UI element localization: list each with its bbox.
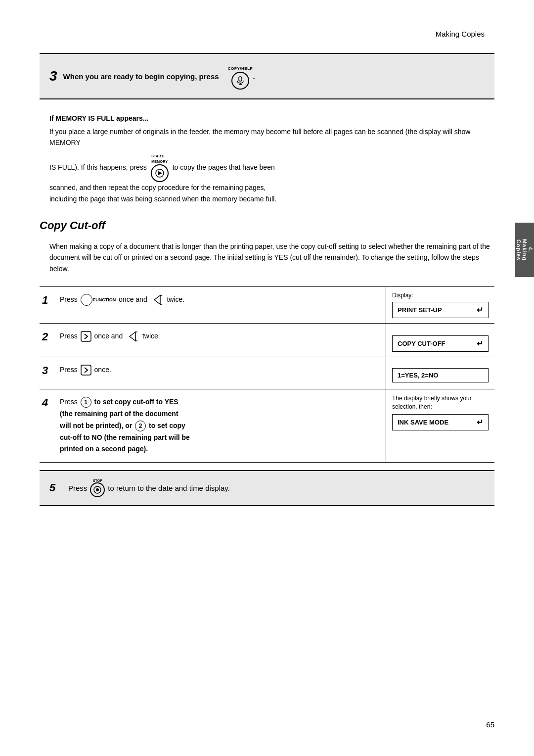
- section-title: Copy Cut-off: [40, 219, 494, 232]
- right-arrow-button-3: [81, 365, 91, 376]
- step-4-line2: (the remaining part of the document: [60, 410, 178, 418]
- step-4-press: Press: [60, 398, 80, 406]
- step-4-line1b: to set copy cut-off to YES: [94, 398, 178, 406]
- side-tab-line1: Making: [522, 239, 528, 261]
- step-2-display-text: COPY CUT-OFF: [398, 340, 445, 347]
- stop-label: STOP: [93, 479, 102, 482]
- memory-title: If MEMORY IS FULL appears...: [49, 114, 494, 122]
- right-arrow-icon-3: [81, 365, 91, 376]
- memory-para3: to copy the pages that have been: [173, 163, 275, 171]
- step-3-right: 1=YES, 2=NO: [386, 357, 494, 389]
- memory-para2: IS FULL). If this happens, press: [49, 163, 147, 171]
- step-2-right: COPY CUT-OFF ↵: [386, 324, 494, 357]
- step-1-twice: twice.: [167, 295, 184, 303]
- page-header: Making Copies: [40, 30, 494, 38]
- step-3-press: Press: [60, 366, 80, 374]
- right-arrow-button-2: [81, 331, 91, 342]
- top-step-text: When you are ready to begin copying, pre…: [63, 72, 219, 81]
- stop-circle: [90, 482, 105, 497]
- memory-text4: including the page that was being scanne…: [49, 193, 494, 204]
- step-1-content: Press FUNCTION once and: [60, 294, 381, 306]
- left-arrow-button-2: [126, 331, 139, 342]
- start-memory-button: START/MEMORY: [151, 153, 169, 182]
- memory-section: If MEMORY IS FULL appears... If you plac…: [40, 114, 494, 204]
- header-title: Making Copies: [436, 30, 485, 38]
- step-4-line3b: to set copy: [149, 422, 185, 429]
- left-triangle-icon-2: [126, 331, 139, 342]
- step-1-display-label: Display:: [392, 292, 489, 299]
- section-intro: When making a copy of a document that is…: [40, 241, 494, 274]
- step-1-display-text: PRINT SET-UP: [398, 306, 442, 314]
- function-circle: [81, 294, 92, 306]
- step-2-left: 2 Press once and: [40, 324, 386, 357]
- step-4-content: Press 1 to set copy cut-off to YES (the …: [60, 396, 190, 455]
- step5-box: 5 Press STOP to return to the date and t…: [40, 470, 494, 506]
- step-4-display-note: The display briefly shows your selection…: [392, 394, 489, 411]
- function-button: FUNCTION: [81, 294, 116, 306]
- top-step-box: 3 When you are ready to begin copying, p…: [40, 53, 494, 99]
- left-triangle-icon: [150, 294, 164, 305]
- step-3-display-box: 1=YES, 2=NO: [392, 368, 489, 382]
- side-tab: 4. Making Copies: [515, 223, 534, 277]
- svg-marker-4: [154, 295, 160, 304]
- step-2-twice: twice.: [142, 332, 160, 340]
- step5-press: Press: [68, 484, 87, 492]
- step-3-number: 3: [42, 364, 56, 377]
- step-row-2: 2 Press once and: [40, 323, 494, 357]
- svg-rect-11: [81, 365, 91, 375]
- num-2-button: 2: [135, 421, 146, 431]
- step-4-right: The display briefly shows your selection…: [386, 389, 494, 462]
- step-4-display-box: INK SAVE MODE ↵: [392, 414, 489, 430]
- memory-para5: including the page that was being scanne…: [49, 195, 276, 203]
- steps-container: 1 Press FUNCTION once and: [40, 286, 494, 463]
- page-number: 65: [486, 720, 494, 729]
- svg-rect-7: [81, 331, 91, 341]
- step-1-display-box: PRINT SET-UP ↵: [392, 302, 489, 318]
- step-4-number: 4: [42, 396, 56, 409]
- svg-rect-0: [239, 77, 242, 81]
- copy-help-label: COPY/HELP: [228, 66, 253, 71]
- start-memory-circle: [151, 164, 169, 182]
- step-1-right: Display: PRINT SET-UP ↵: [386, 287, 494, 323]
- step-3-display-text: 1=YES, 2=NO: [398, 372, 438, 379]
- svg-marker-8: [130, 332, 135, 341]
- step-2-press: Press: [60, 332, 80, 340]
- step-2-arrow: ↵: [477, 339, 483, 348]
- step-1-left: 1 Press FUNCTION once and: [40, 287, 386, 323]
- step-3-left: 3 Press once.: [40, 357, 386, 389]
- side-tab-line2: Copies: [516, 239, 522, 261]
- function-label: FUNCTION: [93, 296, 116, 303]
- memory-text: If you place a large number of originals…: [49, 126, 494, 148]
- step-4-display-text: INK SAVE MODE: [398, 419, 448, 426]
- step-1-once-and: once and: [119, 295, 149, 303]
- step-4-arrow: ↵: [477, 418, 483, 427]
- start-memory-label: START/MEMORY: [151, 153, 168, 164]
- step-2-content: Press once and: [60, 331, 381, 342]
- start-icon: [155, 168, 165, 178]
- left-arrow-button-1: [150, 294, 164, 305]
- step-4-left: 4 Press 1 to set copy cut-off to YES (th…: [40, 389, 386, 462]
- svg-point-13: [96, 488, 99, 491]
- side-tab-number: 4.: [528, 247, 534, 252]
- memory-text2: IS FULL). If this happens, press START/M…: [49, 153, 494, 182]
- step-2-display-box: COPY CUT-OFF ↵: [392, 335, 489, 352]
- stop-icon: [93, 485, 102, 494]
- memory-para1: If you place a large number of originals…: [49, 128, 470, 146]
- step-1-arrow: ↵: [477, 305, 483, 315]
- step-row-1: 1 Press FUNCTION once and: [40, 286, 494, 323]
- step5-number: 5: [49, 481, 63, 494]
- stop-button: STOP: [90, 479, 105, 497]
- step-row-3: 3 Press once. 1=YES, 2=NO: [40, 357, 494, 389]
- top-step-period: .: [253, 72, 255, 81]
- memory-text3: scanned, and then repeat the copy proced…: [49, 182, 494, 193]
- memory-para4: scanned, and then repeat the copy proced…: [49, 184, 266, 191]
- step-3-content: Press once.: [60, 364, 381, 376]
- num-1-button: 1: [81, 397, 91, 408]
- step-4-line5: printed on a second page).: [60, 445, 148, 453]
- step-1-press: Press: [60, 295, 80, 303]
- copy-help-circle: [231, 72, 249, 90]
- step-4-line4: cut-off to NO (the remaining part will b…: [60, 433, 190, 441]
- step-row-4: 4 Press 1 to set copy cut-off to YES (th…: [40, 389, 494, 463]
- step-1-number: 1: [42, 294, 56, 307]
- step-4-line3: will not be printed), or: [60, 422, 132, 429]
